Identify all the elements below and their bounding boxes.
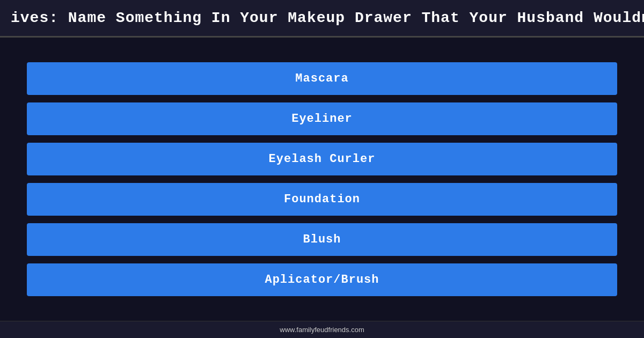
answer-button-1[interactable]: Mascara <box>27 62 617 95</box>
answer-button-3[interactable]: Eyelash Curler <box>27 143 617 175</box>
answer-button-4[interactable]: Foundation <box>27 183 617 216</box>
question-text: ives: Name Something In Your Makeup Draw… <box>11 10 644 26</box>
answers-container: MascaraEyelinerEyelash CurlerFoundationB… <box>0 38 644 321</box>
footer: www.familyfeudfriends.com <box>0 321 644 338</box>
answer-button-5[interactable]: Blush <box>27 223 617 256</box>
answer-button-2[interactable]: Eyeliner <box>27 102 617 135</box>
footer-url: www.familyfeudfriends.com <box>280 326 364 334</box>
question-header: ives: Name Something In Your Makeup Draw… <box>0 0 644 38</box>
answer-button-6[interactable]: Aplicator/Brush <box>27 263 617 296</box>
